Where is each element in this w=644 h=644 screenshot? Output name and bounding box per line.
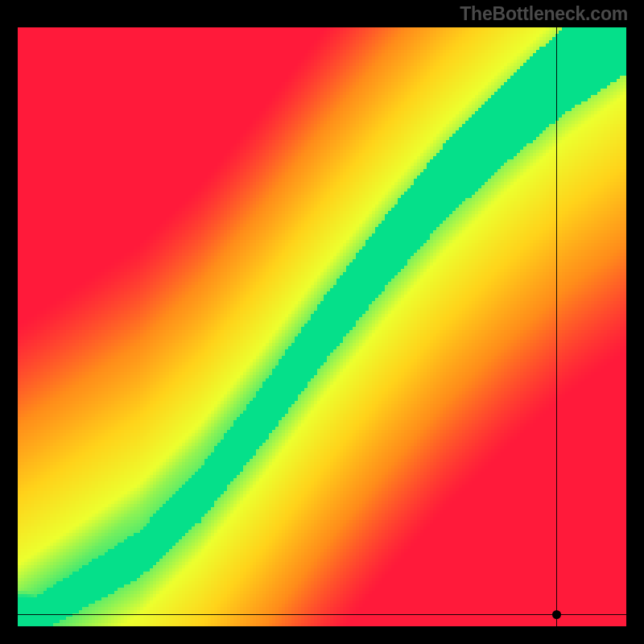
heatmap-canvas [18,27,626,626]
crosshair-vertical [556,27,557,626]
crosshair-horizontal [18,614,626,615]
selection-marker [552,610,561,619]
heatmap-plot [18,27,626,626]
chart-container: TheBottleneck.com [0,0,644,644]
attribution-text: TheBottleneck.com [460,3,628,25]
